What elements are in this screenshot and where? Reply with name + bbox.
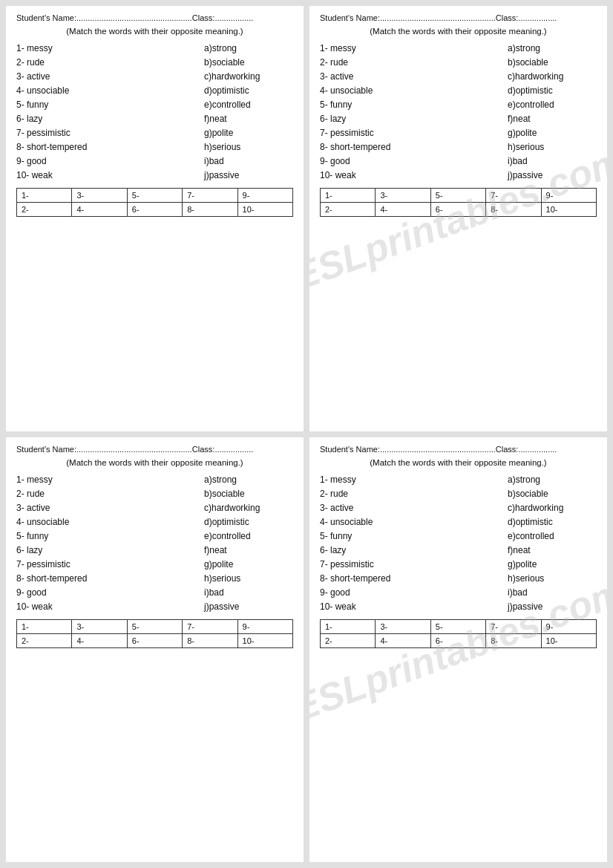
answer-table: 1-3-5-7-9-2-4-6-8-10- [320,188,597,217]
word-left: 9- good [320,587,409,598]
word-right: i)bad [508,156,597,166]
word-right: j)passive [204,170,293,180]
list-item: 8- short-temperedh)serious [320,573,597,584]
word-right: h)serious [508,573,597,584]
word-right: i)bad [204,156,293,166]
table-cell: 5- [127,189,182,203]
table-cell: 9- [541,619,596,633]
list-item: 8- short-temperedh)serious [16,573,293,584]
table-cell: 3- [376,619,430,633]
list-item: 1- messya)strong [320,474,597,485]
list-item: 10- weakj)passive [16,170,293,180]
word-left: 3- active [16,71,105,82]
word-right: g)polite [204,559,293,570]
word-left: 8- short-tempered [16,142,105,152]
word-right: a)strong [204,43,293,53]
table-cell: 7- [486,189,541,203]
table-row: 1-3-5-7-9- [321,189,597,203]
word-left: 7- pessimistic [320,128,409,138]
list-item: 5- funnye)controlled [16,99,293,110]
word-right: j)passive [508,170,597,180]
word-list: 1- messya)strong2- rudeb)sociable3- acti… [320,474,597,612]
word-right: h)serious [508,142,597,152]
word-left: 10- weak [320,170,409,180]
table-cell: 8- [183,203,237,217]
table-cell: 9- [237,189,292,203]
word-right: g)polite [508,559,597,570]
list-item: 4- unsociabled)optimistic [16,85,293,96]
word-left: 2- rude [320,489,409,499]
list-item: 8- short-temperedh)serious [320,142,597,152]
list-item: 3- activec)hardworking [16,71,293,82]
word-left: 5- funny [16,99,105,110]
table-row: 2-4-6-8-10- [17,203,293,217]
word-left: 3- active [320,71,409,82]
word-right: e)controlled [204,99,293,110]
word-left: 6- lazy [320,114,409,124]
word-left: 7- pessimistic [16,128,105,138]
worksheet-instruction: (Match the words with their opposite mea… [16,458,293,467]
list-item: 2- rudeb)sociable [320,57,597,68]
word-right: h)serious [204,142,293,152]
word-right: f)neat [204,114,293,124]
word-right: d)optimistic [508,85,597,96]
table-cell: 6- [430,203,485,217]
table-cell: 2- [321,203,376,217]
word-right: b)sociable [204,489,293,499]
word-right: d)optimistic [204,517,293,527]
worksheet-instruction: (Match the words with their opposite mea… [16,27,293,36]
worksheet-1: Student's Name:.........................… [6,6,304,431]
list-item: 10- weakj)passive [16,601,293,612]
list-item: 8- short-temperedh)serious [16,142,293,152]
table-row: 2-4-6-8-10- [321,203,597,217]
table-cell: 4- [72,203,127,217]
table-cell: 6- [430,633,485,647]
table-cell: 6- [127,203,182,217]
word-right: a)strong [204,474,293,485]
word-left: 2- rude [320,57,409,68]
table-cell: 2- [17,203,72,217]
list-item: 6- lazyf)neat [320,114,597,124]
list-item: 2- rudeb)sociable [320,489,597,499]
word-left: 4- unsociable [16,517,105,527]
list-item: 5- funnye)controlled [16,531,293,541]
word-left: 10- weak [16,601,105,612]
table-cell: 2- [17,633,72,647]
table-cell: 4- [376,633,430,647]
word-left: 4- unsociable [16,85,105,96]
table-cell: 7- [486,619,541,633]
word-left: 6- lazy [16,114,105,124]
list-item: 7- pessimisticg)polite [16,128,293,138]
answer-table: 1-3-5-7-9-2-4-6-8-10- [320,619,597,648]
list-item: 9- goodi)bad [16,587,293,598]
list-item: 4- unsociabled)optimistic [16,517,293,527]
list-item: 2- rudeb)sociable [16,489,293,499]
word-right: e)controlled [508,99,597,110]
word-right: b)sociable [508,57,597,68]
word-right: i)bad [204,587,293,598]
worksheet-header: Student's Name:.........................… [16,13,293,22]
page: Student's Name:.........................… [0,0,613,868]
word-left: 1- messy [320,43,409,53]
word-right: c)hardworking [508,71,597,82]
table-cell: 10- [541,633,596,647]
word-right: f)neat [508,114,597,124]
table-cell: 9- [237,619,292,633]
word-right: j)passive [508,601,597,612]
word-right: f)neat [204,545,293,555]
table-cell: 8- [183,633,237,647]
word-right: c)hardworking [204,71,293,82]
answer-table: 1-3-5-7-9-2-4-6-8-10- [16,188,293,217]
worksheet-3: Student's Name:.........................… [6,437,304,863]
word-left: 8- short-tempered [16,573,105,584]
table-row: 2-4-6-8-10- [17,633,293,647]
table-row: 2-4-6-8-10- [321,633,597,647]
list-item: 3- activec)hardworking [320,503,597,513]
table-cell: 6- [127,633,182,647]
list-item: 1- messya)strong [320,43,597,53]
word-left: 1- messy [16,43,105,53]
list-item: 7- pessimisticg)polite [16,559,293,570]
word-right: b)sociable [204,57,293,68]
word-left: 9- good [16,156,105,166]
word-right: d)optimistic [204,85,293,96]
